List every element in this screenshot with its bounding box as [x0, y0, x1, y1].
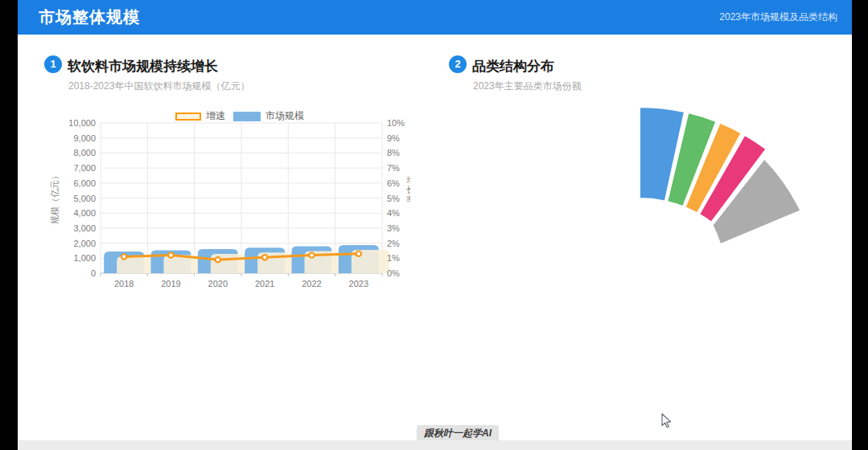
svg-text:0%: 0% — [387, 268, 400, 278]
svg-text:7,000: 7,000 — [73, 163, 96, 173]
section-1-badge: 1 — [44, 55, 62, 73]
svg-text:2021: 2021 — [255, 279, 274, 288]
svg-text:2023: 2023 — [349, 279, 368, 288]
svg-text:4,000: 4,000 — [73, 208, 96, 218]
section-2-subtitle: 2023年主要品类市场份额 — [473, 80, 582, 93]
slide: 市场整体规模 2023年市场规模及品类结构 1 软饮料市场规模持续增长 2018… — [18, 0, 852, 450]
watermark-badge: 跟秋叶一起学AI — [417, 425, 499, 442]
header-subtitle: 2023年市场规模及品类结构 — [719, 10, 837, 24]
svg-text:2022: 2022 — [302, 279, 321, 288]
svg-text:1,000: 1,000 — [73, 253, 96, 263]
section-2-badge: 2 — [449, 55, 467, 73]
svg-text:2020: 2020 — [208, 279, 228, 288]
svg-text:8%: 8% — [387, 148, 400, 158]
screen: { "header": { "title": "市场整体规模", "right_… — [0, 0, 868, 450]
svg-text:9,000: 9,000 — [73, 133, 96, 143]
svg-text:1%: 1% — [387, 253, 400, 263]
slide-header: 市场整体规模 2023年市场规模及品类结构 — [18, 0, 852, 35]
section-2-title: 品类结构分布 — [472, 57, 554, 76]
svg-text:5,000: 5,000 — [73, 194, 96, 203]
svg-text:8,000: 8,000 — [73, 148, 96, 158]
svg-text:0: 0 — [91, 268, 96, 278]
category-share-pie-chart[interactable] — [595, 80, 837, 291]
svg-text:3%: 3% — [387, 223, 400, 233]
svg-text:3,000: 3,000 — [73, 223, 96, 233]
svg-text:增长率: 增长率 — [405, 175, 410, 204]
svg-text:2018: 2018 — [114, 279, 134, 288]
svg-text:7%: 7% — [387, 163, 400, 173]
svg-text:2%: 2% — [387, 239, 400, 248]
svg-text:6,000: 6,000 — [73, 178, 96, 188]
svg-text:4%: 4% — [387, 208, 400, 218]
section-1-subtitle: 2018-2023年中国软饮料市场规模（亿元） — [68, 80, 249, 93]
svg-text:10%: 10% — [387, 118, 405, 128]
bottom-strip — [18, 440, 852, 450]
svg-text:10,000: 10,000 — [68, 118, 96, 128]
market-size-bar-line-chart[interactable]: 00%1,0001%2,0002%3,0003%4,0004%5,0005%6,… — [48, 103, 410, 292]
svg-text:6%: 6% — [387, 178, 400, 188]
mouse-cursor — [660, 413, 673, 429]
svg-text:5%: 5% — [387, 194, 400, 203]
svg-text:2,000: 2,000 — [73, 239, 96, 248]
svg-text:规模（亿元）: 规模（亿元） — [50, 171, 60, 224]
svg-text:9%: 9% — [387, 133, 400, 143]
svg-text:2019: 2019 — [161, 279, 180, 288]
section-1-title: 软饮料市场规模持续增长 — [68, 57, 218, 76]
page-title: 市场整体规模 — [39, 6, 140, 28]
